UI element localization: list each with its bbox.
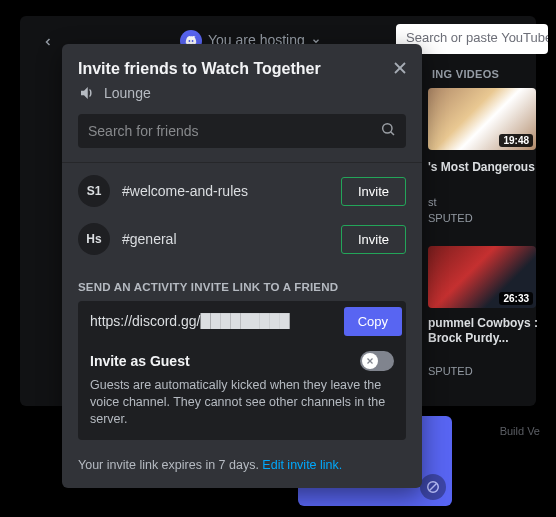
video-thumbnail[interactable]: 26:33 <box>428 246 536 308</box>
speaker-icon <box>78 84 96 102</box>
copy-button[interactable]: Copy <box>344 307 402 336</box>
close-icon <box>365 356 375 366</box>
video-title[interactable]: pummel Cowboys : Brock Purdy... <box>428 316 538 346</box>
invite-button[interactable]: Invite <box>341 177 406 206</box>
edit-invite-link[interactable]: Edit invite link. <box>262 458 342 472</box>
invite-link-text[interactable]: https://discord.gg/█████████ <box>90 313 344 329</box>
guest-option-box: Invite as Guest Guests are automatically… <box>78 341 406 440</box>
avatar: Hs <box>78 223 110 255</box>
channel-name: #welcome-and-rules <box>122 183 329 199</box>
guest-title: Invite as Guest <box>90 353 190 369</box>
activity-status-icon <box>420 474 446 500</box>
invite-button[interactable]: Invite <box>341 225 406 254</box>
invite-row: S1 #welcome-and-rules Invite <box>78 175 406 207</box>
section-label: SEND AN ACTIVITY INVITE LINK TO A FRIEND <box>62 263 422 301</box>
channel-name: #general <box>122 231 329 247</box>
invite-link-row: https://discord.gg/█████████ Copy <box>78 301 406 341</box>
svg-point-4 <box>383 124 392 133</box>
modal-title: Invite friends to Watch Together <box>78 60 406 78</box>
video-thumbnail[interactable]: 19:48 <box>428 88 536 150</box>
video-channel: SPUTED <box>428 365 473 377</box>
channel-indicator: Lounge <box>78 84 406 102</box>
toggle-knob <box>362 353 378 369</box>
video-channel: SPUTED <box>428 212 473 224</box>
invite-modal: Invite friends to Watch Together Lounge … <box>62 44 422 488</box>
guest-toggle[interactable] <box>360 351 394 371</box>
svg-line-1 <box>430 484 437 491</box>
guest-description: Guests are automatically kicked when the… <box>90 377 394 428</box>
invite-row: Hs #general Invite <box>78 223 406 255</box>
svg-line-5 <box>391 132 394 135</box>
modal-footer: Your invite link expires in 7 days. Edit… <box>62 452 422 488</box>
back-icon[interactable] <box>42 34 54 52</box>
close-button[interactable] <box>390 58 410 82</box>
search-icon <box>380 121 396 141</box>
video-title[interactable]: 's Most Dangerous <box>428 160 538 176</box>
build-version-label: Build Ve <box>500 425 540 437</box>
friend-search-input[interactable] <box>78 114 406 148</box>
video-subtitle: st <box>428 196 437 208</box>
trending-section-title: ING VIDEOS <box>432 68 499 80</box>
channel-name: Lounge <box>104 85 151 101</box>
avatar: S1 <box>78 175 110 207</box>
close-icon <box>390 58 410 78</box>
